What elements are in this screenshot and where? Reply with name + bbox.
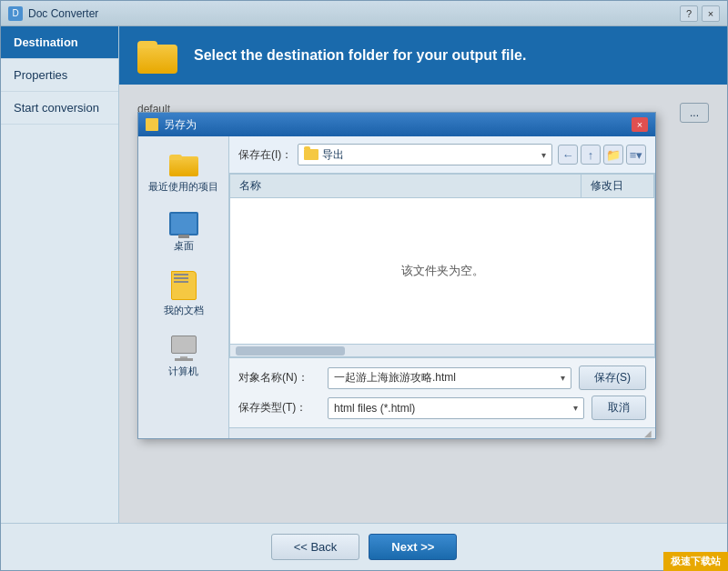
filetype-select[interactable]: html files (*.html) ▾ — [328, 397, 584, 419]
main-window: D Doc Converter ? × Destination Properti… — [0, 0, 728, 571]
content-area: Destination Properties Start conversion … — [1, 26, 727, 523]
nav-back-button[interactable]: ← — [558, 145, 578, 165]
nav-view-button[interactable]: ≡▾ — [626, 145, 646, 165]
nav-new-folder-button[interactable]: 📁 — [603, 145, 623, 165]
main-panel: Select the destination folder for your o… — [119, 26, 727, 523]
dialog-main: 保存在(I)： 导出 ▾ ← — [229, 136, 655, 438]
dialog-sidebar-desktop[interactable]: 桌面 — [138, 205, 228, 260]
dialog-close-button[interactable]: × — [632, 117, 648, 132]
empty-message: 该文件夹为空。 — [401, 263, 484, 279]
dialog-body: 最近使用的项目 桌面 我的文档 — [138, 136, 655, 438]
watermark: 极速下载站 — [663, 552, 728, 571]
filetype-row: 保存类型(T)： html files (*.html) ▾ 取消 — [238, 396, 646, 420]
filename-select[interactable]: 一起游上海旅游攻略.html ▾ — [328, 367, 571, 389]
dialog-title-text: 另存为 — [164, 117, 197, 133]
recent-label: 最近使用的项目 — [148, 180, 218, 194]
file-area-content: 该文件夹为空。 — [230, 198, 654, 344]
computer-label: 计算机 — [168, 365, 198, 378]
resize-grip: ◢ — [229, 427, 655, 438]
panel-header-text: Select the destination folder for your o… — [194, 47, 526, 64]
dialog-sidebar-documents[interactable]: 我的文档 — [138, 264, 228, 325]
close-button[interactable]: × — [702, 5, 720, 22]
computer-icon — [169, 336, 198, 361]
help-button[interactable]: ? — [680, 5, 698, 22]
title-bar-controls: ? × — [680, 5, 720, 22]
app-icon: D — [8, 6, 23, 21]
dialog-bottom: 对象名称(N)： 一起游上海旅游攻略.html ▾ 保存(S) 保存类型 — [229, 357, 655, 427]
title-bar: D Doc Converter ? × — [1, 1, 727, 26]
next-button[interactable]: Next >> — [369, 534, 457, 560]
name-col-header: 名称 — [230, 175, 581, 197]
save-location-value: 导出 — [304, 147, 344, 163]
app-title: Doc Converter — [28, 7, 98, 20]
sidebar-item-destination[interactable]: Destination — [1, 26, 118, 59]
save-location-select[interactable]: 导出 ▾ — [298, 144, 552, 165]
folder-tiny-icon — [304, 149, 318, 160]
dialog-title-bar: 另存为 × — [138, 113, 655, 136]
documents-icon — [171, 271, 197, 300]
save-as-dialog: 另存为 × 最近使用的项目 — [137, 112, 656, 439]
dialog-title-icon — [146, 118, 158, 131]
filename-row: 对象名称(N)： 一起游上海旅游攻略.html ▾ 保存(S) — [238, 366, 646, 390]
nav-up-button[interactable]: ↑ — [581, 145, 601, 165]
desktop-icon — [169, 212, 198, 235]
filetype-chevron-icon: ▾ — [573, 403, 578, 413]
dialog-sidebar-computer[interactable]: 计算机 — [138, 328, 228, 386]
filename-label: 对象名称(N)： — [238, 370, 320, 386]
sidebar-item-start-conversion[interactable]: Start conversion — [1, 92, 118, 125]
dialog-title: 另存为 — [146, 117, 197, 133]
sidebar-item-properties[interactable]: Properties — [1, 59, 118, 92]
desktop-label: 桌面 — [174, 239, 194, 253]
dialog-top-bar: 保存在(I)： 导出 ▾ ← — [229, 136, 655, 174]
computer-body — [171, 336, 197, 354]
dialog-sidebar-recent[interactable]: 最近使用的项目 — [138, 145, 228, 201]
horizontal-scrollbar[interactable] — [230, 344, 654, 356]
nav-icons: ← ↑ 📁 ≡▾ — [558, 145, 646, 165]
folder-icon — [137, 37, 181, 74]
recent-icon — [169, 153, 198, 176]
file-area-header: 名称 修改日 — [230, 175, 654, 198]
back-button[interactable]: << Back — [271, 534, 360, 560]
save-location-label: 保存在(I)： — [238, 147, 292, 163]
sidebar: Destination Properties Start conversion — [1, 26, 119, 523]
documents-label: 我的文档 — [164, 304, 204, 317]
dialog-file-area: 名称 修改日 该文件夹为空。 — [229, 174, 655, 357]
panel-body: ... default 另存为 — [119, 85, 727, 523]
dialog-sidebar: 最近使用的项目 桌面 我的文档 — [138, 136, 229, 438]
title-bar-left: D Doc Converter — [8, 6, 98, 21]
date-col-header: 修改日 — [581, 175, 654, 197]
save-button[interactable]: 保存(S) — [579, 366, 646, 390]
computer-base — [175, 358, 193, 361]
cancel-button[interactable]: 取消 — [592, 396, 646, 420]
panel-header: Select the destination folder for your o… — [119, 26, 727, 85]
scroll-handle[interactable] — [236, 346, 345, 356]
filetype-label: 保存类型(T)： — [238, 400, 320, 416]
bottom-bar: << Back Next >> 极速下载站 — [1, 523, 727, 570]
chevron-down-icon: ▾ — [541, 150, 546, 160]
dialog-overlay: 另存为 × 最近使用的项目 — [119, 85, 727, 523]
filename-chevron-icon: ▾ — [561, 373, 565, 383]
